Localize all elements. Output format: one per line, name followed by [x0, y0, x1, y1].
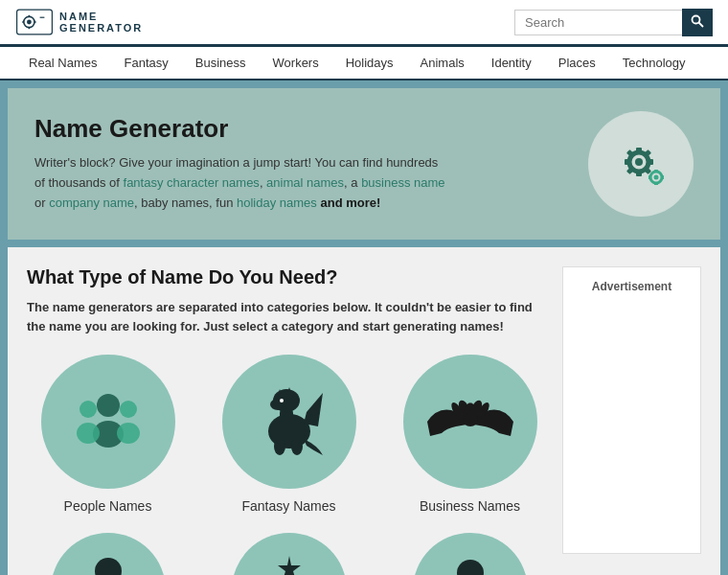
hero-content: Name Generator Writer's block? Give your…: [34, 114, 588, 213]
business-label: Business Names: [420, 498, 520, 514]
people-icon: [65, 379, 151, 465]
svg-rect-12: [636, 148, 642, 152]
hero-link-animal[interactable]: animal names: [266, 175, 344, 190]
svg-point-11: [635, 158, 643, 166]
logo-text: Name Generator: [59, 11, 143, 34]
svg-point-39: [280, 399, 284, 402]
svg-rect-14: [625, 159, 629, 165]
nav-technology[interactable]: Technology: [609, 47, 699, 79]
worker-circle: [51, 533, 166, 575]
svg-point-21: [654, 175, 659, 180]
svg-rect-23: [654, 182, 658, 185]
content-area: What Type of Name Do You Need? The name …: [27, 266, 551, 575]
people-circle: [41, 355, 175, 489]
svg-rect-13: [636, 172, 642, 176]
hero-link-fantasy[interactable]: fantasy character names: [124, 175, 260, 190]
category-fantasy[interactable]: Fantasy Names: [208, 355, 370, 514]
category-grid: People Names: [27, 355, 551, 575]
category-identity[interactable]: Identity Names: [389, 533, 551, 575]
advertisement-box: Advertisement: [562, 266, 701, 554]
svg-marker-38: [304, 393, 323, 426]
hero-link-holiday[interactable]: holiday names: [237, 196, 317, 210]
svg-rect-25: [661, 175, 664, 179]
business-circle: [403, 355, 537, 489]
svg-rect-15: [648, 159, 653, 165]
svg-rect-22: [654, 170, 658, 172]
header: Name Generator: [0, 0, 728, 47]
hero-link-business[interactable]: business name: [361, 175, 444, 190]
fantasy-circle: [222, 355, 356, 489]
section-description: The name generators are separated into c…: [27, 298, 551, 335]
nav-identity[interactable]: Identity: [478, 47, 545, 79]
svg-point-30: [120, 401, 137, 418]
nav-workers[interactable]: Workers: [260, 47, 332, 79]
svg-point-8: [693, 15, 700, 23]
main-nav: Real NamesFantasyBusinessWorkersHolidays…: [0, 47, 728, 80]
category-business[interactable]: Business Names: [389, 355, 551, 514]
nav-holidays[interactable]: Holidays: [332, 47, 407, 79]
logo-icon: [15, 8, 54, 36]
category-holiday[interactable]: Holiday Names: [208, 533, 370, 575]
svg-point-29: [77, 423, 100, 444]
section-title: What Type of Name Do You Need?: [27, 266, 551, 288]
hero-banner: Name Generator Writer's block? Give your…: [8, 88, 720, 240]
search-container: [514, 9, 713, 36]
svg-point-49: [95, 558, 122, 575]
nav-real-names[interactable]: Real Names: [15, 47, 111, 79]
dragon-icon: [241, 374, 337, 470]
sidebar: Advertisement: [562, 266, 701, 575]
nav-places[interactable]: Places: [545, 47, 609, 79]
svg-rect-24: [648, 175, 651, 179]
handshake-icon: [422, 374, 518, 470]
ad-label: Advertisement: [592, 280, 671, 293]
holiday-icon: [251, 552, 328, 575]
svg-point-40: [274, 438, 285, 455]
nav-fantasy[interactable]: Fantasy: [111, 47, 182, 79]
hero-text-more: and more!: [320, 196, 380, 210]
logo-line1: Name: [59, 11, 143, 22]
category-people[interactable]: People Names: [27, 355, 189, 514]
hero-description: Writer's block? Give your imagination a …: [34, 153, 446, 213]
nav-business[interactable]: Business: [182, 47, 260, 79]
svg-marker-52: [278, 556, 301, 575]
identity-circle: [413, 533, 528, 575]
hero-link-company[interactable]: company name: [49, 196, 134, 210]
svg-point-48: [463, 413, 478, 426]
fantasy-label: Fantasy Names: [241, 498, 335, 514]
nav-animals[interactable]: Animals: [407, 47, 478, 79]
logo[interactable]: Name Generator: [15, 8, 143, 36]
identity-icon: [432, 552, 509, 575]
worker-icon: [70, 552, 147, 575]
svg-point-56: [457, 560, 484, 575]
hero-title: Name Generator: [34, 114, 588, 144]
svg-point-31: [117, 423, 140, 444]
search-icon: [691, 14, 704, 28]
svg-point-26: [97, 394, 120, 417]
logo-line2: Generator: [59, 22, 143, 34]
svg-line-9: [699, 22, 704, 27]
people-label: People Names: [64, 498, 152, 514]
holiday-circle: [232, 533, 347, 575]
svg-point-2: [27, 20, 32, 25]
search-button[interactable]: [682, 9, 713, 36]
category-worker[interactable]: Worker Names: [27, 533, 189, 575]
search-input[interactable]: [514, 10, 682, 35]
main-area: What Type of Name Do You Need? The name …: [8, 247, 720, 575]
svg-point-41: [291, 438, 303, 455]
svg-point-28: [80, 401, 97, 418]
hero-gears-icon: [588, 111, 694, 217]
